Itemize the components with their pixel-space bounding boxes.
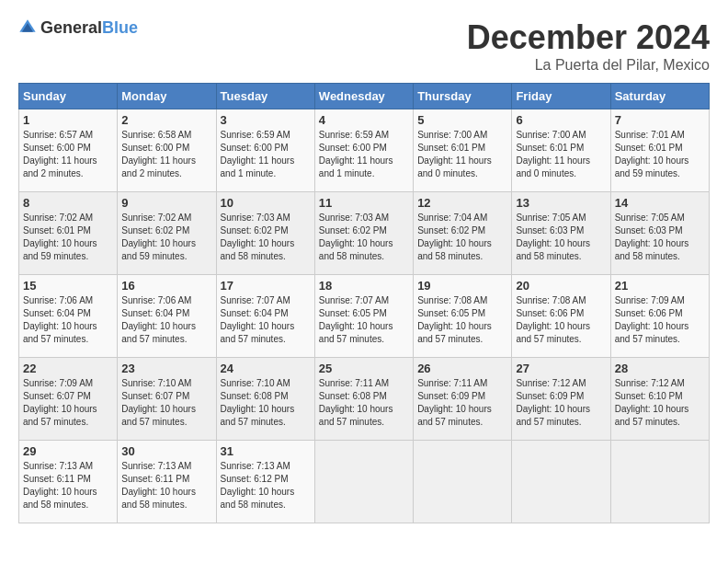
calendar-title: December 2024 xyxy=(467,18,710,57)
day-6: 6 Sunrise: 7:00 AMSunset: 6:01 PMDayligh… xyxy=(512,109,610,192)
day-19: 19 Sunrise: 7:08 AMSunset: 6:05 PMDaylig… xyxy=(414,275,512,358)
day-18: 18 Sunrise: 7:07 AMSunset: 6:05 PMDaylig… xyxy=(314,275,413,358)
table-row: 8 Sunrise: 7:02 AMSunset: 6:01 PMDayligh… xyxy=(19,192,710,275)
day-11: 11 Sunrise: 7:03 AMSunset: 6:02 PMDaylig… xyxy=(314,192,413,275)
day-9: 9 Sunrise: 7:02 AMSunset: 6:02 PMDayligh… xyxy=(118,192,216,275)
day-25: 25 Sunrise: 7:11 AMSunset: 6:08 PMDaylig… xyxy=(314,358,413,441)
day-17: 17 Sunrise: 7:07 AMSunset: 6:04 PMDaylig… xyxy=(216,275,314,358)
day-23: 23 Sunrise: 7:10 AMSunset: 6:07 PMDaylig… xyxy=(118,358,216,441)
title-section: December 2024 La Puerta del Pilar, Mexic… xyxy=(467,18,710,74)
day-31: 31 Sunrise: 7:13 AMSunset: 6:12 PMDaylig… xyxy=(216,441,314,523)
day-10: 10 Sunrise: 7:03 AMSunset: 6:02 PMDaylig… xyxy=(216,192,314,275)
day-4: 4 Sunrise: 6:59 AMSunset: 6:00 PMDayligh… xyxy=(314,109,413,192)
table-row: 15 Sunrise: 7:06 AMSunset: 6:04 PMDaylig… xyxy=(19,275,710,358)
col-friday: Friday xyxy=(512,84,610,109)
col-wednesday: Wednesday xyxy=(314,84,413,109)
day-7: 7 Sunrise: 7:01 AMSunset: 6:01 PMDayligh… xyxy=(610,109,709,192)
col-monday: Monday xyxy=(118,84,216,109)
day-3: 3 Sunrise: 6:59 AMSunset: 6:00 PMDayligh… xyxy=(216,109,314,192)
day-26: 26 Sunrise: 7:11 AMSunset: 6:09 PMDaylig… xyxy=(414,358,512,441)
day-29: 29 Sunrise: 7:13 AMSunset: 6:11 PMDaylig… xyxy=(19,441,118,523)
logo: GeneralBlue xyxy=(18,18,138,37)
day-28: 28 Sunrise: 7:12 AMSunset: 6:10 PMDaylig… xyxy=(610,358,709,441)
col-thursday: Thursday xyxy=(414,84,512,109)
day-30: 30 Sunrise: 7:13 AMSunset: 6:11 PMDaylig… xyxy=(118,441,216,523)
page-header: GeneralBlue December 2024 La Puerta del … xyxy=(18,18,710,74)
day-24: 24 Sunrise: 7:10 AMSunset: 6:08 PMDaylig… xyxy=(216,358,314,441)
col-saturday: Saturday xyxy=(610,84,709,109)
logo-text-blue: Blue xyxy=(102,18,138,37)
day-8: 8 Sunrise: 7:02 AMSunset: 6:01 PMDayligh… xyxy=(19,192,118,275)
day-21: 21 Sunrise: 7:09 AMSunset: 6:06 PMDaylig… xyxy=(610,275,709,358)
day-2: 2 Sunrise: 6:58 AMSunset: 6:00 PMDayligh… xyxy=(118,109,216,192)
day-5: 5 Sunrise: 7:00 AMSunset: 6:01 PMDayligh… xyxy=(414,109,512,192)
day-15: 15 Sunrise: 7:06 AMSunset: 6:04 PMDaylig… xyxy=(19,275,118,358)
table-row: 1 Sunrise: 6:57 AMSunset: 6:00 PMDayligh… xyxy=(19,109,710,192)
logo-text-general: General xyxy=(40,18,102,37)
day-12: 12 Sunrise: 7:04 AMSunset: 6:02 PMDaylig… xyxy=(414,192,512,275)
day-16: 16 Sunrise: 7:06 AMSunset: 6:04 PMDaylig… xyxy=(118,275,216,358)
empty-cell xyxy=(414,441,512,523)
calendar-subtitle: La Puerta del Pilar, Mexico xyxy=(467,57,710,74)
day-14: 14 Sunrise: 7:05 AMSunset: 6:03 PMDaylig… xyxy=(610,192,709,275)
day-1: 1 Sunrise: 6:57 AMSunset: 6:00 PMDayligh… xyxy=(19,109,118,192)
col-sunday: Sunday xyxy=(19,84,118,109)
logo-icon xyxy=(18,18,37,37)
day-22: 22 Sunrise: 7:09 AMSunset: 6:07 PMDaylig… xyxy=(19,358,118,441)
day-13: 13 Sunrise: 7:05 AMSunset: 6:03 PMDaylig… xyxy=(512,192,610,275)
table-row: 29 Sunrise: 7:13 AMSunset: 6:11 PMDaylig… xyxy=(19,441,710,523)
empty-cell xyxy=(314,441,413,523)
empty-cell xyxy=(512,441,610,523)
empty-cell xyxy=(610,441,709,523)
col-tuesday: Tuesday xyxy=(216,84,314,109)
day-27: 27 Sunrise: 7:12 AMSunset: 6:09 PMDaylig… xyxy=(512,358,610,441)
header-row: Sunday Monday Tuesday Wednesday Thursday… xyxy=(19,84,710,109)
day-20: 20 Sunrise: 7:08 AMSunset: 6:06 PMDaylig… xyxy=(512,275,610,358)
table-row: 22 Sunrise: 7:09 AMSunset: 6:07 PMDaylig… xyxy=(19,358,710,441)
calendar-table: Sunday Monday Tuesday Wednesday Thursday… xyxy=(18,83,710,523)
